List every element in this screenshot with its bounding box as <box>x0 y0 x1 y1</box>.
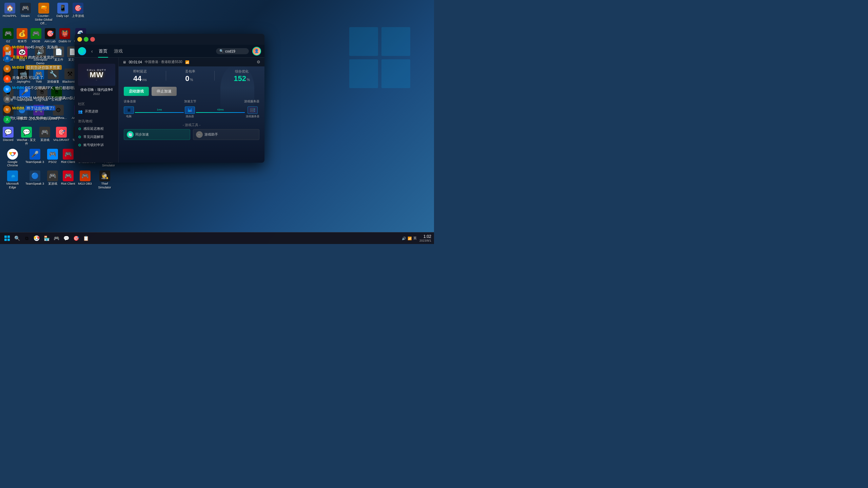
desktop-icon-xbob[interactable]: 🎮 XBOB <box>29 27 42 44</box>
nav-back-button[interactable]: ‹ <box>90 48 95 55</box>
tool-game-assistant[interactable]: 🎮 游戏助手 <box>193 129 259 140</box>
desktop-icon-ghub[interactable]: 🖱 G HUB <box>50 86 63 103</box>
game-card[interactable]: CALL·DUTY MW II 使命召唤：现代战争II 2022 <box>75 61 118 98</box>
user-avatar[interactable]: 👤 <box>252 47 261 56</box>
desktop-icon-mg3[interactable]: 🎮 MG3 OB3 <box>77 169 93 190</box>
taskbar-discord[interactable]: 💬 <box>62 234 71 243</box>
connection-diagram: 🖥 电脑 1ms <box>124 105 259 120</box>
window-close-button[interactable]: × <box>90 37 95 42</box>
svg-rect-19 <box>4 239 7 241</box>
nav-tab-games[interactable]: 游戏 <box>113 46 123 56</box>
tool-sync-accelerate[interactable]: 🔄 同步加速 <box>124 129 190 140</box>
start-button[interactable] <box>3 234 12 243</box>
desktop-icon-jingpro[interactable]: 📹 JayingPro <box>16 67 31 85</box>
search-input[interactable] <box>225 49 245 53</box>
desktop-icon-wechat[interactable]: 💬 Wechat - 某文件 <box>16 126 37 147</box>
desktop-icon-edge[interactable]: Microsoft Edge <box>2 169 23 190</box>
game-assistant-icon: 🎮 <box>196 131 203 138</box>
desktop-icon-riot2[interactable]: 🎮 Riot Client <box>60 169 76 190</box>
nav-tabs: 首页 游戏 <box>98 46 213 56</box>
desktop-icon-riot[interactable]: 🎮 Riot Client <box>60 148 76 169</box>
taskbar-clock: 1:02 2023/8/1 <box>419 234 431 242</box>
game-logo: CALL·DUTY MW II <box>78 64 115 86</box>
latency-label: 即时延迟 <box>133 69 147 74</box>
taskbar-chrome[interactable] <box>32 234 41 243</box>
desktop-icon-slows[interactable]: 🔵 某软件 <box>16 104 28 125</box>
taskbar-search[interactable]: 🔍 <box>13 234 21 243</box>
desktop-icon-teamspeak2[interactable]: 🎤 TeamSpeak 3 <box>24 148 45 169</box>
action-buttons: 启动游戏 停止加速 <box>119 85 264 98</box>
desktop-icon-homeppl[interactable]: 🏠 HOW/PPL <box>2 2 18 26</box>
taskbar-ubisoft[interactable]: 🎯 <box>72 234 80 243</box>
taskbar-task-view[interactable]: ⧉ <box>22 234 31 243</box>
window-content: CALL·DUTY MW II 使命召唤：现代战争II 2022 社区 👥 开黑… <box>75 58 264 163</box>
desktop-icon-arc[interactable]: 🎮 Arc Raiders <box>29 104 47 125</box>
desktop-icon-ts[interactable]: 🎤 TeamSpeak <box>16 86 34 103</box>
window-minimize-button[interactable]: − <box>77 37 82 42</box>
taskbar-other[interactable]: 📋 <box>81 234 90 243</box>
desktop-icon-unknown6[interactable]: 📱 某应用 <box>2 104 15 125</box>
desktop-icon-logihub[interactable]: 🖱 Logi Hub <box>35 86 49 103</box>
desktop-icon-soundpad[interactable]: 🔊 Soundpad Demo <box>29 45 51 66</box>
window-maximize-button[interactable]: □ <box>84 37 88 42</box>
connection-section: 设备连接 加速主节 游戏服务器 🖥 电脑 1ms <box>119 98 264 122</box>
desktop-icon-pso2[interactable]: 🎮 PSO2 <box>46 148 59 169</box>
svg-point-11 <box>190 111 190 111</box>
taskbar-store[interactable]: 🏪 <box>42 234 51 243</box>
nav-search[interactable]: 🔍 <box>216 48 249 54</box>
community-icon: 👥 <box>78 109 83 114</box>
connection-labels: 设备连接 加速主节 游戏服务器 <box>124 99 259 104</box>
sidebar-item-tutorial[interactable]: ⚙ 感应延迟教程 <box>75 125 118 133</box>
desktop-icon-chrome[interactable]: Google Chrome <box>2 148 23 169</box>
start-game-button[interactable]: 启动游戏 <box>124 87 149 96</box>
desktop-icon-aimlab[interactable]: 🎯 Aim Lab <box>43 27 57 44</box>
desktop-icon-steam[interactable]: 🎮 Steam <box>19 2 32 26</box>
desktop-icon-tm8[interactable]: 🎮 TM8 <box>32 67 45 85</box>
window-titlebar: − □ × <box>75 34 264 45</box>
desktop-icon-discordapp[interactable]: 💬 Discord <box>2 126 15 147</box>
desktop-icon-valorant[interactable]: 🎯 VALORANT <box>52 126 71 147</box>
desktop-icon-game8[interactable]: 🎮 某游戏 <box>46 169 59 190</box>
sidebar-item-community[interactable]: 👥 开黑进群 <box>75 107 118 116</box>
desktop-icon-g2[interactable]: 🎮 G2 <box>2 27 15 44</box>
desktop-icon-ts3[interactable]: 🔵 TeamSpeak 3 <box>24 169 45 190</box>
desktop-icon-fix[interactable]: 🔧 游戏修复 <box>46 67 60 85</box>
svg-point-23 <box>36 237 38 239</box>
game-tools-title: - 游戏工具 - <box>124 123 259 127</box>
conn-latency-1: 1ms <box>157 108 162 111</box>
desktop-icon-game7[interactable]: 🎮 某游戏 <box>38 126 51 147</box>
desktop-icon-doc1[interactable]: 📄 某文件 <box>52 45 65 66</box>
desktop-icon-diablo[interactable]: 👹 Diablo IV <box>58 27 72 44</box>
sidebar-tutorial-label: 感应延迟教程 <box>83 126 104 131</box>
desktop-icon-directm[interactable]: ⚙ DirectMeta... <box>48 104 68 125</box>
desktop-icon-xmix[interactable]: ✂ X Mix <box>2 67 15 85</box>
nav-tab-home[interactable]: 首页 <box>98 46 108 56</box>
settings-button[interactable]: ⚙ <box>257 60 260 64</box>
svg-point-4 <box>81 50 83 52</box>
sidebar-item-appeal[interactable]: ⚙ 账号锁封申诉 <box>75 141 118 149</box>
search-icon: 🔍 <box>219 49 223 53</box>
desktop-icon-thief[interactable]: 🕵 Thief Simulator <box>94 169 116 190</box>
game-assistant-label: 游戏助手 <box>204 132 218 137</box>
desktop-icon-m1bb8[interactable]: 🤖 M1BB8 <box>2 45 15 66</box>
taskbar-volume-icon[interactable]: 🔊 <box>402 237 406 240</box>
taskbar: 🔍 ⧉ 🏪 🎮 💬 🎯 📋 🔊 📶 <box>0 232 434 244</box>
desktop: 🏠 HOW/PPL 🎮 Steam 🔫 Counter-Strike Globa… <box>0 0 434 244</box>
monitor-icon: 🖥 <box>123 60 126 64</box>
desktop-icon-unknown5[interactable]: 📱 某应用 <box>2 86 15 103</box>
sidebar-faq-label: 常见问题解答 <box>83 135 104 139</box>
packet-loss-value: 0 <box>185 75 189 82</box>
sidebar-item-faq[interactable]: ⚙ 常见问题解答 <box>75 133 118 141</box>
stop-accelerate-button[interactable]: 停止加速 <box>152 87 177 96</box>
stat-latency: 即时延迟 44 ms <box>133 69 147 82</box>
desktop-icon-youmi[interactable]: 💰 有米币 <box>16 27 28 44</box>
taskbar-steam[interactable]: 🎮 <box>52 234 61 243</box>
optimization-value: 152 <box>234 75 246 82</box>
window-main: 🖥 00:01:04 中国香港 · 香港联通5530 📶 ⚙ 即时延迟 44 m… <box>119 58 264 163</box>
desktop-icon-panda[interactable]: 🐼 熊猫 <box>16 45 28 66</box>
desktop-icon-game6[interactable]: 🎯 上帝游戏 <box>71 2 85 26</box>
desktop-icon-dailyup[interactable]: 📱 Daily Up! <box>56 2 70 26</box>
taskbar-lang[interactable]: 英 <box>413 236 417 241</box>
taskbar-network-icon[interactable]: 📶 <box>408 237 412 240</box>
desktop-icon-csgo[interactable]: 🔫 Counter-Strike Global Off... <box>33 2 55 26</box>
